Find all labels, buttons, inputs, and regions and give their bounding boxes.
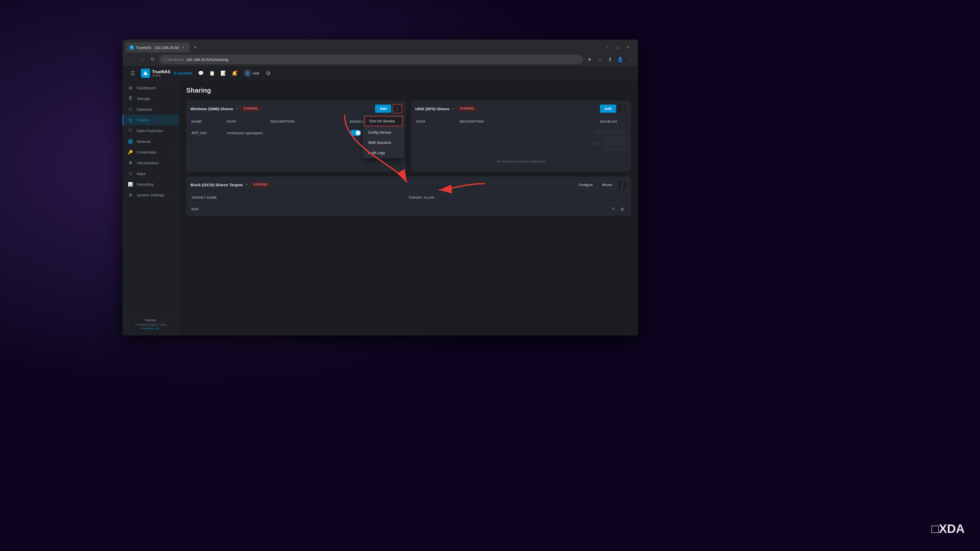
hamburger-button[interactable]: ☰ (127, 68, 138, 78)
sidebar-label-network: Network (137, 139, 174, 144)
sidebar-item-storage[interactable]: 🗄 Storage (123, 93, 179, 104)
smb-sessions-item[interactable]: SMB Sessions (363, 138, 404, 148)
smb-section: Windows (SMB) Shares ↗ STOPPED Add ⋮ (186, 100, 406, 171)
datasets-icon: ⬡ (127, 106, 133, 112)
tab-title: TrueNAS · 192.168.29.92 (136, 45, 179, 50)
back-button[interactable]: ← (126, 55, 135, 64)
profile-button[interactable]: 👤 (616, 55, 625, 64)
address-bar[interactable]: ⚠ Not secure 192.168.29.92/ui/sharing (159, 55, 583, 64)
sidebar-item-dashboard[interactable]: ⊞ Dashboard (123, 83, 179, 93)
logo-scale: SCALE (152, 75, 170, 77)
smb-config-service-item[interactable]: Config Service (363, 127, 404, 138)
sidebar-version: TrueNAS SCALE ® 2024 (127, 323, 175, 327)
forward-button[interactable]: → (137, 55, 146, 64)
iscsi-col-target-name: Target Name (191, 196, 409, 200)
topbar-actions: iX systems 💬 📋 📝 🔔 👤 root ⏻ (173, 68, 273, 79)
sidebar-footer: truenas TrueNAS SCALE ® 2024 iXsystems, … (123, 314, 179, 333)
sidebar-item-reporting[interactable]: 📊 Reporting (123, 179, 179, 189)
logo-icon (141, 68, 150, 78)
maximize-button[interactable]: □ (614, 43, 622, 52)
power-button[interactable]: ⏻ (264, 68, 273, 78)
sidebar-label-virtualization: Virtualization (137, 161, 174, 165)
iscsi-row-name: iscsi (191, 207, 401, 211)
nfs-no-records-area: No records have been added yet (411, 126, 631, 171)
shares-icon: ⊟ (127, 117, 133, 123)
notifications-button[interactable]: 🔔 (230, 68, 239, 78)
logo-text-block: TrueNAS SCALE (152, 69, 170, 77)
sidebar-item-shares[interactable]: ⊟ Shares (123, 114, 179, 125)
top-share-sections: Windows (SMB) Shares ↗ STOPPED Add ⋮ (186, 100, 631, 171)
address-text: 192.168.29.92/ui/sharing (186, 57, 228, 62)
smb-turn-on-service-item[interactable]: Turn On Service (364, 116, 403, 126)
sidebar-item-data-protection[interactable]: 🛡 Data Protection (123, 125, 179, 136)
sidebar-label-storage: Storage (137, 97, 174, 101)
credentials-icon: 🔑 (127, 149, 133, 155)
sidebar-item-credentials[interactable]: 🔑 Credentials › (123, 147, 179, 157)
sidebar-label-shares: Shares (137, 118, 174, 122)
tab-favicon: T (130, 45, 134, 49)
nfs-header-actions: Add ⋮ (600, 104, 627, 113)
virtualization-icon: 🖥 (127, 160, 133, 165)
close-button[interactable]: × (624, 43, 632, 52)
smb-dropdown-menu: Turn On Service Config Service SMB Sessi… (363, 115, 404, 158)
nfs-placeholder-bar-3 (590, 141, 626, 146)
tab-close-button[interactable]: × (181, 45, 186, 50)
new-tab-button[interactable]: + (191, 43, 200, 52)
smb-add-button[interactable]: Add (375, 105, 391, 113)
nfs-menu-button[interactable]: ⋮ (617, 104, 627, 113)
window-controls: − □ × (603, 43, 635, 52)
smb-col-path: Path (227, 120, 270, 124)
iscsi-external-link-icon: ↗ (245, 183, 248, 186)
dashboard-icon: ⊞ (127, 85, 133, 91)
browser-window: T TrueNAS · 192.168.29.92 × + − □ × ← → … (123, 40, 638, 335)
smb-toggle[interactable] (350, 130, 361, 136)
nfs-placeholder-bar-1 (595, 130, 626, 135)
download-button[interactable]: ⬇ (605, 55, 614, 64)
nfs-placeholder-bar-4 (605, 147, 626, 151)
iscsi-delete-icon[interactable]: 🗑 (619, 205, 626, 213)
app-header-bar: ☰ TrueNAS SCALE iX systems 💬 📋 📝 (123, 66, 638, 80)
browser-tab-truenas[interactable]: T TrueNAS · 192.168.29.92 × (126, 42, 190, 52)
user-menu[interactable]: 👤 root (241, 68, 262, 79)
sidebar-item-datasets[interactable]: ⬡ Datasets (123, 104, 179, 114)
reload-button[interactable]: ↻ (148, 55, 157, 64)
extensions-button[interactable]: ★ (585, 55, 594, 64)
iscsi-row-actions: ✎ 🗑 (610, 205, 626, 213)
warning-icon: ⚠ (163, 58, 166, 62)
minimize-button[interactable]: − (603, 43, 611, 52)
sidebar-item-apps[interactable]: ⬡ Apps (123, 168, 179, 179)
nfs-col-desc: Description (460, 120, 600, 124)
iscsi-status-badge: STOPPED (250, 182, 270, 187)
security-indicator: ⚠ Not secure (163, 58, 183, 62)
logo-truenas: TrueNAS (152, 69, 170, 74)
page-title: Sharing (186, 86, 631, 94)
iscsi-configure-button[interactable]: Configure (574, 181, 597, 189)
nfs-placeholder-bars (416, 130, 626, 151)
system-settings-icon: ⚙ (127, 192, 133, 198)
iscsi-menu-button[interactable]: ⋮ (617, 180, 627, 189)
smb-col-desc: Description (270, 120, 350, 124)
menu-button[interactable]: ⋮ (626, 55, 635, 64)
truenas-logo: TrueNAS SCALE (141, 68, 170, 78)
sidebar-item-virtualization[interactable]: 🖥 Virtualization (123, 157, 179, 168)
iscsi-wizard-button[interactable]: Wizard (598, 181, 616, 189)
feedback-icon-btn[interactable]: 💬 (196, 68, 205, 78)
iscsi-edit-icon[interactable]: ✎ (610, 205, 617, 213)
nfs-header: UNIX (NFS) Shares ↗ STOPPED Add ⋮ (411, 100, 631, 117)
smb-audit-logs-item[interactable]: Audit Logs (363, 148, 404, 158)
smb-menu-button[interactable]: ⋮ (393, 104, 402, 113)
iscsi-table-row: iscsi ✎ 🗑 (186, 202, 631, 216)
nfs-table-header: Path Description Enabled (411, 117, 631, 126)
notification-dot (235, 70, 238, 72)
sidebar-item-system-settings[interactable]: ⚙ System Settings › (123, 189, 179, 200)
nfs-add-button[interactable]: Add (600, 105, 616, 113)
sidebar-item-network[interactable]: 🌐 Network (123, 136, 179, 147)
iscsi-table-header: Target Name Target Alias (186, 193, 631, 202)
nfs-status-badge: STOPPED (457, 106, 477, 111)
bookmark-button[interactable]: ☆ (595, 55, 605, 64)
sidebar-label-credentials: Credentials (137, 150, 169, 154)
clipboard-icon-btn[interactable]: 📋 (207, 68, 217, 78)
data-protection-icon: 🛡 (127, 128, 133, 133)
svg-marker-0 (143, 71, 148, 75)
notes-icon-btn[interactable]: 📝 (219, 68, 228, 78)
